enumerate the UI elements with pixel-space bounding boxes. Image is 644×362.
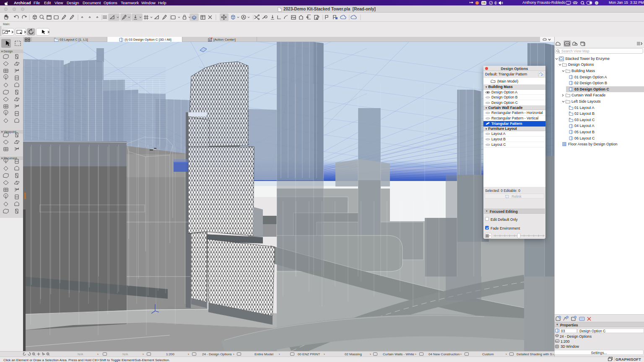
svg-text:US: US [482,2,486,4]
